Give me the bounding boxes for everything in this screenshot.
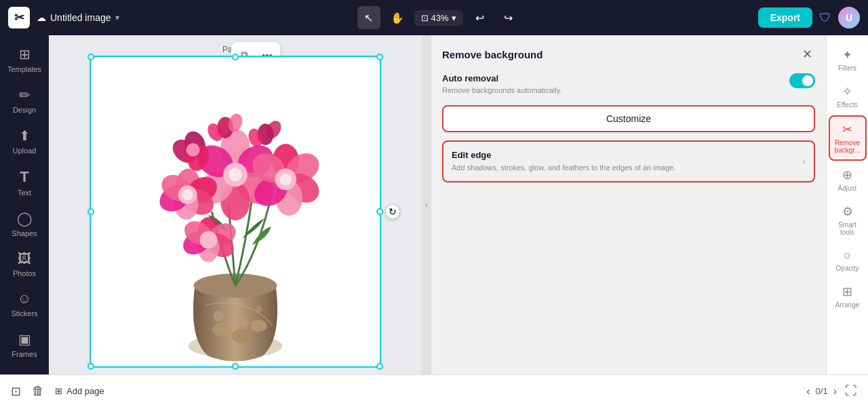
chevron-right-icon: › bbox=[802, 156, 806, 167]
auto-removal-row: Auto removal Remove backgrounds automati… bbox=[442, 73, 815, 94]
user-avatar[interactable]: U bbox=[838, 7, 860, 28]
svg-point-6 bbox=[231, 328, 253, 343]
smart-tools-icon: ⚙ bbox=[842, 204, 853, 219]
sidebar-label-text: Text bbox=[18, 189, 31, 197]
handle-bottom-middle[interactable] bbox=[232, 363, 239, 370]
redo-btn[interactable]: ↪ bbox=[497, 6, 520, 29]
export-button[interactable]: Export bbox=[758, 7, 812, 28]
arrange-icon: ⊞ bbox=[842, 284, 852, 299]
add-page-icon: ⊞ bbox=[55, 386, 62, 396]
sidebar-item-upload[interactable]: ⬆ Upload bbox=[3, 122, 45, 160]
auto-removal-label: Auto removal bbox=[442, 73, 562, 83]
panel-title: Remove background bbox=[442, 49, 542, 60]
handle-bottom-left[interactable] bbox=[87, 363, 94, 370]
templates-icon: ⊞ bbox=[19, 46, 31, 62]
sidebar-item-arrange[interactable]: ⊞ Arrange bbox=[829, 279, 867, 314]
edit-edge-card[interactable]: Edit edge Add shadows, strokes, glow, an… bbox=[442, 140, 815, 182]
sidebar-item-smart-tools[interactable]: ⚙ Smart tools bbox=[829, 199, 867, 241]
canvas-area: Page 1 ⧉ ••• ↻ bbox=[49, 35, 422, 374]
sidebar-item-photos[interactable]: 🖼 Photos bbox=[3, 246, 45, 283]
handle-top-middle[interactable] bbox=[232, 54, 239, 60]
canvas-frame: ↻ bbox=[90, 56, 381, 368]
handle-top-right[interactable] bbox=[376, 54, 383, 60]
remove-bg-label: Remove backgr... bbox=[833, 139, 863, 154]
select-tool-btn[interactable]: ↖ bbox=[357, 6, 380, 29]
effects-icon: ✧ bbox=[842, 84, 852, 99]
text-icon: T bbox=[20, 168, 28, 186]
shapes-icon: ◯ bbox=[17, 210, 32, 227]
sidebar-label-photos: Photos bbox=[13, 269, 36, 277]
smart-tools-label: Smart tools bbox=[831, 221, 864, 236]
auto-removal-toggle[interactable] bbox=[789, 73, 815, 88]
sidebar-item-text[interactable]: T Text bbox=[3, 163, 45, 202]
sidebar-label-templates: Templates bbox=[7, 65, 41, 73]
undo-btn[interactable]: ↩ bbox=[469, 6, 492, 29]
prev-page-btn[interactable]: ‹ bbox=[806, 385, 810, 398]
adjust-label: Adjust bbox=[838, 185, 857, 192]
page-thumbnail-btn[interactable]: ⊡ bbox=[11, 384, 21, 399]
sidebar-item-adjust[interactable]: ⊕ Adjust bbox=[829, 162, 867, 197]
page-nav: ‹ 0/1 › bbox=[806, 385, 837, 398]
rotate-handle[interactable]: ↻ bbox=[385, 204, 400, 219]
document-title: Untitled image bbox=[50, 12, 111, 23]
sidebar-item-filters[interactable]: ✦ Filters bbox=[829, 42, 867, 77]
close-panel-btn[interactable]: ✕ bbox=[799, 46, 815, 62]
next-page-btn[interactable]: › bbox=[833, 385, 837, 398]
customize-btn[interactable]: Customize bbox=[442, 105, 815, 132]
handle-middle-left[interactable] bbox=[87, 208, 94, 215]
adjust-icon: ⊕ bbox=[842, 168, 852, 182]
sidebar-item-effects[interactable]: ✧ Effects bbox=[829, 79, 867, 114]
arrange-label: Arrange bbox=[835, 301, 860, 309]
delete-btn[interactable]: 🗑 bbox=[32, 384, 44, 398]
svg-point-28 bbox=[279, 174, 292, 186]
flower-svg bbox=[91, 57, 380, 366]
expand-btn[interactable]: ⛶ bbox=[845, 384, 857, 398]
shield-icon: 🛡 bbox=[819, 11, 831, 25]
svg-point-3 bbox=[241, 319, 250, 327]
svg-point-5 bbox=[212, 322, 231, 336]
sidebar-item-opacity[interactable]: ○ Opacity bbox=[829, 243, 867, 277]
sidebar-label-design: Design bbox=[13, 106, 36, 114]
sidebar-label-upload: Upload bbox=[13, 147, 37, 155]
topbar: ✂ ☁ Untitled image ▾ ↖ ✋ ⊡ 43% ▾ ↩ ↪ Exp… bbox=[0, 0, 868, 35]
add-page-btn[interactable]: ⊞ Add page bbox=[55, 386, 104, 396]
title-chevron-icon: ▾ bbox=[115, 13, 119, 22]
svg-point-20 bbox=[186, 143, 200, 157]
sidebar-item-stickers[interactable]: ☺ Stickers bbox=[3, 286, 45, 323]
collapse-tab[interactable]: ‹ bbox=[422, 35, 431, 374]
sidebar-item-shapes[interactable]: ◯ Shapes bbox=[3, 205, 45, 243]
cloud-icon: ☁ bbox=[37, 12, 46, 23]
hand-tool-btn[interactable]: ✋ bbox=[386, 6, 409, 29]
photos-icon: 🖼 bbox=[18, 251, 31, 267]
opacity-label: Opacity bbox=[836, 265, 859, 272]
sidebar-label-stickers: Stickers bbox=[11, 309, 37, 317]
handle-middle-right[interactable] bbox=[376, 208, 383, 215]
stickers-icon: ☺ bbox=[18, 291, 31, 307]
sidebar-item-templates[interactable]: ⊞ Templates bbox=[3, 41, 45, 79]
svg-point-16 bbox=[229, 168, 242, 182]
frame-icon: ⊡ bbox=[421, 13, 429, 23]
sidebar-item-frames[interactable]: ▣ Frames bbox=[3, 326, 45, 364]
add-page-label: Add page bbox=[66, 386, 104, 396]
svg-point-36 bbox=[182, 189, 193, 200]
effects-label: Effects bbox=[837, 101, 857, 109]
upload-icon: ⬆ bbox=[19, 128, 31, 144]
sidebar-item-design[interactable]: ✏ Design bbox=[3, 81, 45, 119]
left-sidebar: ⊞ Templates ✏ Design ⬆ Upload T Text ◯ S… bbox=[0, 35, 49, 374]
zoom-area[interactable]: ⊡ 43% ▾ bbox=[414, 10, 463, 26]
app-logo: ✂ bbox=[8, 7, 30, 28]
sidebar-label-shapes: Shapes bbox=[12, 229, 37, 237]
bottom-bar: ⊡ 🗑 ⊞ Add page ‹ 0/1 › ⛶ bbox=[0, 374, 868, 407]
flower-image bbox=[91, 57, 380, 366]
sidebar-label-frames: Frames bbox=[12, 350, 37, 358]
sidebar-item-remove-bg[interactable]: ✂ Remove backgr... bbox=[829, 115, 867, 161]
right-icons-sidebar: ✦ Filters ✧ Effects ✂ Remove backgr... ⊕… bbox=[826, 35, 868, 374]
edit-edge-title: Edit edge bbox=[452, 150, 675, 160]
svg-point-49 bbox=[199, 231, 217, 249]
handle-top-left[interactable] bbox=[87, 54, 94, 60]
title-area[interactable]: ☁ Untitled image ▾ bbox=[37, 12, 119, 23]
main-layout: ⊞ Templates ✏ Design ⬆ Upload T Text ◯ S… bbox=[0, 35, 868, 374]
topbar-center: ↖ ✋ ⊡ 43% ▾ ↩ ↪ bbox=[126, 6, 751, 29]
handle-bottom-right[interactable] bbox=[376, 363, 383, 370]
filters-label: Filters bbox=[838, 64, 856, 72]
